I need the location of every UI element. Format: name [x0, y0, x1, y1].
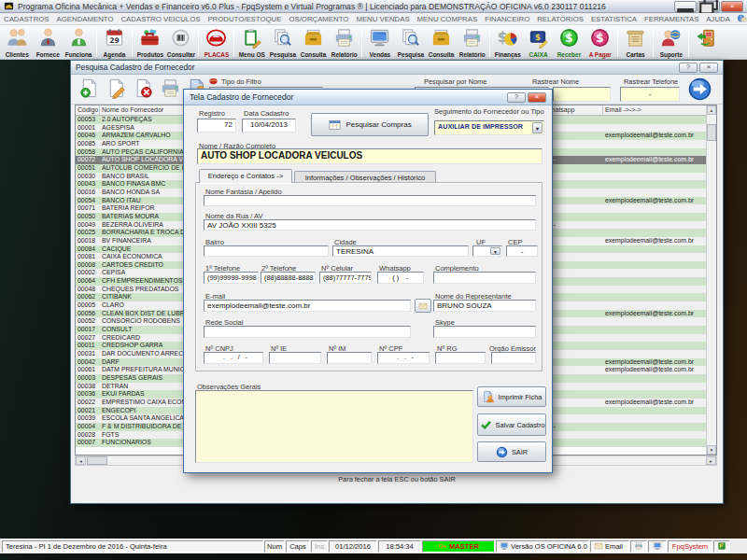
chevron-down-icon[interactable]: ▾: [490, 247, 500, 255]
header-code[interactable]: Código: [76, 105, 100, 115]
people-icon: [6, 27, 29, 51]
help-button[interactable]: ?: [679, 63, 698, 73]
im-field[interactable]: [327, 352, 372, 364]
menu-item-cadastro-veiculos[interactable]: CADASTRO VEICULOS: [117, 15, 204, 23]
scroll-right-icon[interactable]: ▸: [706, 456, 716, 465]
menu-item-relat-rios[interactable]: RELATÓRIOS: [533, 15, 587, 23]
toolbar-door[interactable]: EXIT: [691, 26, 722, 51]
toolbar-agenda[interactable]: 29Agenda: [99, 26, 130, 58]
dialog-close-button[interactable]: ×: [528, 92, 546, 103]
toolbar-consulta[interactable]: Consulta: [298, 26, 329, 58]
cell-code: 00004: [76, 423, 100, 431]
edit-button[interactable]: [104, 77, 128, 102]
menu-item-email[interactable]: E-MAIL: [734, 13, 747, 25]
toolbar-a-pagar[interactable]: $A Pagar: [585, 26, 615, 58]
toolbar-vendas[interactable]: Vendas: [364, 26, 395, 58]
header-email[interactable]: Email ->->->: [603, 105, 708, 115]
orgao-emissor-field[interactable]: [491, 352, 536, 364]
toolbar-menu-os[interactable]: Menu OS: [236, 26, 267, 58]
vertical-scrollbar[interactable]: ▴ ▾: [706, 105, 716, 455]
tab-endereco[interactable]: Endereço e Contatos ->: [199, 169, 292, 183]
menu-item-estatistica[interactable]: ESTATISTICA: [587, 15, 641, 23]
hscroll-thumb[interactable]: [87, 456, 107, 465]
telefone1-field[interactable]: (99)99999-9998: [204, 272, 259, 284]
seguimento-select[interactable]: AUXILIAR DE IMPRESSOR▾: [434, 120, 544, 135]
telefone2-field[interactable]: (88)88888-8888: [261, 272, 316, 284]
toolbar-funciona[interactable]: Funciona: [63, 26, 94, 58]
toolbar-caixa[interactable]: $CAIXA: [523, 26, 554, 58]
minimize-button[interactable]: [674, 1, 697, 12]
scroll-up-icon[interactable]: ▴: [707, 105, 716, 115]
track-name-input[interactable]: [553, 87, 611, 102]
toolbar-receber[interactable]: $Receber: [554, 26, 585, 58]
bairro-field[interactable]: [204, 245, 329, 257]
salvar-cadastro-button[interactable]: Salvar Cadastro: [477, 413, 546, 436]
toolbar-relat-rio[interactable]: Relatório: [457, 26, 487, 58]
cell-email: [603, 301, 708, 310]
registro-field[interactable]: 72: [197, 119, 236, 133]
toolbar-placas[interactable]: PLACAS: [201, 26, 232, 58]
toolbar-pesquisa[interactable]: Pesquisa: [267, 26, 298, 58]
menu-item-menu-vendas[interactable]: MENU VENDAS: [352, 15, 413, 23]
toolbar-consultar[interactable]: Consultar: [165, 26, 196, 58]
toolbar-label: Consulta: [429, 51, 455, 58]
menu-item-financeiro[interactable]: FINANCEIRO: [481, 15, 533, 23]
toolbar-pesquisa[interactable]: Pesquisa: [395, 26, 426, 58]
send-email-button[interactable]: [415, 299, 431, 313]
skype-field[interactable]: [433, 326, 536, 338]
track-phone-input[interactable]: -: [620, 87, 680, 102]
print-button[interactable]: [158, 77, 182, 102]
uf-select[interactable]: ▾: [472, 245, 502, 257]
scroll-left-icon[interactable]: ◂: [76, 456, 86, 465]
cnpj-field[interactable]: . . / -: [204, 352, 263, 364]
menu-item-ajuda[interactable]: AJUDA: [702, 15, 734, 23]
restore-button[interactable]: [698, 1, 720, 12]
search-window-titlebar[interactable]: Pesquisa Cadastro de Fornecedor ? ×: [71, 61, 723, 75]
go-arrow-button[interactable]: [687, 76, 713, 102]
add-button[interactable]: [77, 77, 101, 102]
dialog-titlebar[interactable]: Tela Cadastro de Fornecedor ? ×: [184, 90, 552, 105]
menu-item-menu-compras[interactable]: MENU COMPRAS: [414, 15, 482, 23]
cidade-field[interactable]: TERESINA: [332, 245, 469, 257]
menu-item-os-or-amento[interactable]: OS/ORÇAMENTO: [285, 15, 352, 23]
whatsapp-field[interactable]: ( ) -: [377, 272, 424, 284]
scroll-down-icon[interactable]: ▾: [707, 445, 716, 455]
data-cadastro-field[interactable]: 10/04/2013: [242, 119, 296, 133]
sair-button[interactable]: SAIR: [477, 441, 546, 462]
menu-item-cadastros[interactable]: CADASTROS: [0, 15, 53, 23]
status-location: Teresina - PI 1 de Dezembro de 2016 - Qu…: [2, 540, 263, 553]
dialog-help-button[interactable]: ?: [507, 92, 526, 103]
complemento-field[interactable]: [433, 272, 536, 284]
rua-field[interactable]: AV JOÃO XXIII 5325: [204, 219, 536, 231]
menu-item-produto-estoque[interactable]: PRODUTO/ESTOQUE: [204, 15, 285, 23]
menu-item-ferramentas[interactable]: FERRAMENTAS: [641, 15, 702, 23]
delete-button[interactable]: [131, 77, 155, 102]
close-button[interactable]: ×: [721, 1, 743, 12]
toolbar-cartas[interactable]: Cartas: [620, 26, 651, 58]
cell-code: 00043: [76, 180, 100, 189]
search-window-close-button[interactable]: ×: [699, 63, 718, 73]
vscroll-thumb[interactable]: [707, 124, 716, 141]
celular-field[interactable]: (88)77777-7779: [319, 272, 372, 284]
observacoes-textarea[interactable]: [195, 390, 473, 463]
cep-field[interactable]: -: [506, 245, 538, 257]
email-field[interactable]: exemplodeemail@teste.com.br: [204, 300, 411, 312]
menu-item-agendamento[interactable]: AGENDAMENTO: [53, 15, 118, 23]
nome-razao-field[interactable]: AUTO SHOP LOCADORA VEICULOS: [197, 148, 543, 164]
toolbar-relat-rio[interactable]: Relatório: [329, 26, 359, 58]
representante-field[interactable]: BRUNO SOUZA: [433, 300, 536, 312]
imprimir-ficha-button[interactable]: Imprimir Ficha: [477, 386, 546, 407]
chevron-down-icon[interactable]: ▾: [532, 122, 543, 133]
pesquisar-compras-button[interactable]: Pesquisar Compras: [311, 113, 429, 136]
toolbar-produtos[interactable]: Produtos: [134, 26, 165, 58]
cpf-field[interactable]: . . -: [377, 352, 430, 364]
toolbar-fornece[interactable]: Fornece: [33, 26, 63, 58]
toolbar-clientes[interactable]: Clientes: [2, 26, 33, 58]
rede-social-field[interactable]: [204, 326, 411, 338]
toolbar-finan-as[interactable]: $Finanças: [492, 26, 523, 58]
ie-field[interactable]: [269, 352, 321, 364]
nome-fantasia-field[interactable]: [204, 195, 536, 206]
toolbar-consulta[interactable]: Consulta: [426, 26, 457, 58]
toolbar-suporte[interactable]: Suporte: [655, 26, 686, 58]
rg-field[interactable]: [435, 352, 486, 364]
